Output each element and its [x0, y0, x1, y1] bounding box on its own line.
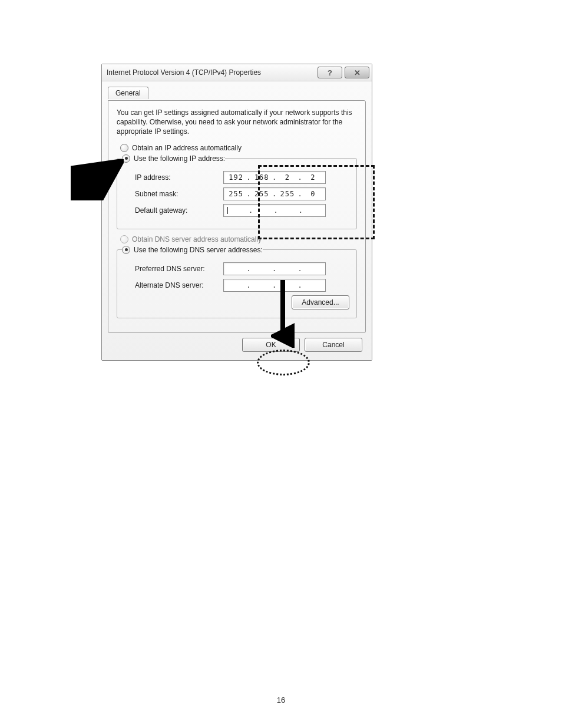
- radio-obtain-ip-auto-label: Obtain an IP address automatically: [132, 144, 242, 152]
- alternate-dns-input[interactable]: . . .: [223, 279, 326, 292]
- ipv4-properties-dialog: Internet Protocol Version 4 (TCP/IPv4) P…: [101, 64, 372, 361]
- radio-use-ip[interactable]: [122, 154, 130, 163]
- tab-general[interactable]: General: [108, 87, 148, 99]
- alternate-dns-label: Alternate DNS server:: [135, 281, 223, 289]
- dns-group: Use the following DNS server addresses: …: [117, 246, 357, 318]
- subnet-mask-input[interactable]: 255. 255. 255. 0: [223, 187, 326, 200]
- help-button[interactable]: ?: [318, 67, 342, 78]
- advanced-button[interactable]: Advanced...: [292, 295, 349, 309]
- radio-obtain-ip-auto[interactable]: [120, 144, 128, 152]
- subnet-mask-label: Subnet mask:: [135, 190, 223, 198]
- close-button[interactable]: ✕: [345, 67, 369, 78]
- preferred-dns-input[interactable]: . . .: [223, 262, 326, 275]
- close-icon: ✕: [354, 68, 361, 77]
- ip-address-label: IP address:: [135, 173, 223, 182]
- preferred-dns-label: Preferred DNS server:: [135, 265, 223, 273]
- ip-address-group: Use the following IP address: IP address…: [117, 154, 357, 229]
- titlebar[interactable]: Internet Protocol Version 4 (TCP/IPv4) P…: [102, 64, 372, 81]
- window-title: Internet Protocol Version 4 (TCP/IPv4) P…: [107, 68, 315, 77]
- default-gateway-input[interactable]: . . .: [223, 204, 326, 217]
- radio-obtain-dns-auto-label: Obtain DNS server address automatically: [132, 235, 262, 243]
- radio-obtain-dns-auto: [120, 235, 128, 243]
- radio-use-dns-label: Use the following DNS server addresses:: [134, 246, 263, 254]
- page-number: 16: [0, 696, 562, 704]
- description-text: You can get IP settings assigned automat…: [117, 108, 357, 137]
- ok-button[interactable]: OK: [242, 338, 300, 352]
- cancel-button[interactable]: Cancel: [305, 338, 362, 352]
- tabpage-general: You can get IP settings assigned automat…: [108, 100, 366, 333]
- text-caret: [227, 207, 228, 214]
- radio-use-ip-label: Use the following IP address:: [134, 154, 225, 163]
- help-icon: ?: [328, 68, 332, 77]
- default-gateway-label: Default gateway:: [135, 206, 223, 215]
- radio-use-dns[interactable]: [122, 246, 130, 254]
- ip-address-input[interactable]: 192. 168. 2. 2: [223, 171, 326, 184]
